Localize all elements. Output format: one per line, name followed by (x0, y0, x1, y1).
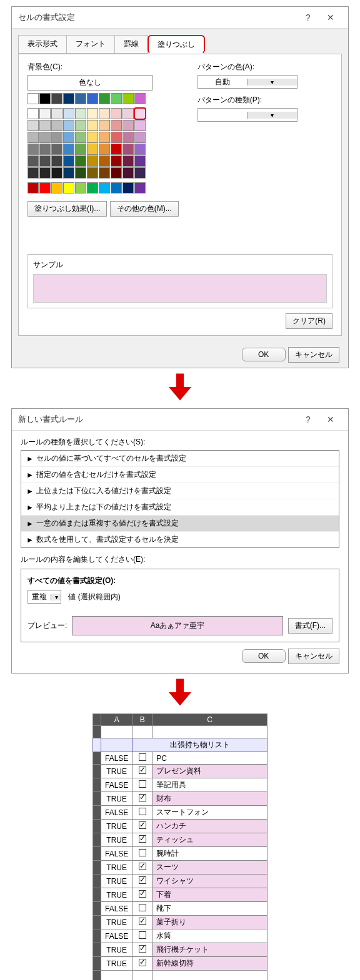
tab-font[interactable]: フォント (66, 35, 115, 54)
cell-b[interactable] (132, 888, 152, 902)
rule-type-item[interactable]: ►セルの値に基づいてすべてのセルを書式設定 (21, 451, 339, 467)
color-swatch[interactable] (99, 120, 110, 131)
color-swatch[interactable] (87, 132, 98, 143)
cell-c[interactable]: 筆記用具 (152, 778, 268, 792)
checkbox-icon[interactable] (139, 767, 146, 774)
checkbox-icon[interactable] (139, 808, 146, 815)
color-swatch[interactable] (39, 120, 51, 131)
color-swatch[interactable] (63, 182, 74, 194)
color-swatch[interactable] (111, 167, 122, 179)
color-swatch[interactable] (99, 108, 110, 119)
row-header[interactable] (93, 820, 101, 833)
color-swatch[interactable] (122, 155, 134, 167)
checkbox-icon[interactable] (139, 876, 146, 884)
close-icon[interactable]: ✕ (319, 12, 342, 22)
cell-b[interactable] (132, 902, 152, 916)
row-header[interactable] (93, 847, 101, 861)
cell-a[interactable]: TRUE (101, 765, 132, 778)
color-swatch[interactable] (75, 155, 86, 167)
color-swatch[interactable] (28, 108, 39, 119)
color-swatch[interactable] (122, 108, 134, 119)
checkbox-icon[interactable] (139, 863, 146, 870)
color-swatch[interactable] (122, 144, 134, 155)
cell-b[interactable] (132, 916, 152, 929)
checkbox-icon[interactable] (139, 794, 146, 801)
fill-effects-button[interactable]: 塗りつぶし効果(I)... (28, 201, 107, 217)
color-swatch[interactable] (28, 132, 39, 143)
format-button[interactable]: 書式(F)... (288, 618, 332, 634)
rule-type-item[interactable]: ►上位または下位に入る値だけを書式設定 (21, 483, 339, 499)
color-swatch[interactable] (134, 108, 146, 119)
cell-c[interactable]: 腕時計 (152, 847, 268, 861)
color-swatch[interactable] (39, 182, 51, 194)
color-swatch[interactable] (134, 93, 146, 104)
checkbox-icon[interactable] (139, 835, 146, 843)
color-swatch[interactable] (75, 108, 86, 119)
checkbox-icon[interactable] (139, 945, 146, 953)
row-header[interactable] (93, 875, 101, 888)
tab-border[interactable]: 罫線 (114, 35, 148, 54)
col-a[interactable]: A (101, 714, 132, 726)
color-swatch[interactable] (122, 182, 134, 194)
color-swatch[interactable] (75, 182, 86, 194)
cell-b[interactable] (132, 820, 152, 833)
cell-c[interactable]: ワイシャツ (152, 875, 268, 888)
col-c[interactable]: C (152, 714, 268, 726)
color-swatch[interactable] (51, 182, 62, 194)
checkbox-icon[interactable] (139, 918, 146, 925)
rule-type-item[interactable]: ►数式を使用して、書式設定するセルを決定 (21, 532, 339, 547)
color-swatch[interactable] (51, 167, 62, 179)
checkbox-icon[interactable] (139, 931, 146, 939)
color-swatch[interactable] (134, 144, 146, 155)
cell-b[interactable] (132, 957, 152, 971)
color-swatch[interactable] (63, 132, 74, 143)
cell-a[interactable]: FALSE (101, 752, 132, 765)
color-swatch[interactable] (134, 132, 146, 143)
cell-a[interactable]: TRUE (101, 833, 132, 847)
checkbox-icon[interactable] (139, 959, 146, 966)
color-swatch[interactable] (122, 93, 134, 104)
cell-b[interactable] (132, 752, 152, 765)
row-header[interactable] (93, 916, 101, 929)
cancel-button[interactable]: キャンセル (288, 347, 339, 363)
cell-c[interactable]: プレゼン資料 (152, 765, 268, 778)
color-swatch[interactable] (134, 182, 146, 194)
row-header[interactable] (93, 929, 101, 943)
cell-a[interactable]: TRUE (101, 957, 132, 971)
color-swatch[interactable] (87, 93, 98, 104)
color-swatch[interactable] (111, 144, 122, 155)
color-swatch[interactable] (63, 120, 74, 131)
cell-c[interactable]: 飛行機チケット (152, 943, 268, 957)
row-header[interactable] (93, 765, 101, 778)
dup-select[interactable]: 重複 ▾ (28, 590, 61, 604)
color-swatch[interactable] (75, 144, 86, 155)
color-swatch[interactable] (99, 93, 110, 104)
row-header[interactable] (93, 806, 101, 820)
cell-c[interactable]: ティッシュ (152, 833, 268, 847)
row-header[interactable] (93, 943, 101, 957)
row-header[interactable] (93, 888, 101, 902)
tab-number[interactable]: 表示形式 (18, 35, 67, 54)
color-swatch[interactable] (39, 108, 51, 119)
row-header[interactable] (93, 752, 101, 765)
color-swatch[interactable] (28, 182, 39, 194)
color-swatch[interactable] (28, 155, 39, 167)
row-header[interactable] (93, 778, 101, 792)
color-swatch[interactable] (99, 167, 110, 179)
color-swatch[interactable] (28, 93, 39, 104)
cell-a[interactable]: FALSE (101, 929, 132, 943)
color-swatch[interactable] (122, 120, 134, 131)
cell-c[interactable]: スマートフォン (152, 806, 268, 820)
color-swatch[interactable] (63, 167, 74, 179)
color-swatch[interactable] (122, 132, 134, 143)
cell-a[interactable]: TRUE (101, 875, 132, 888)
color-swatch[interactable] (28, 167, 39, 179)
help-icon[interactable]: ? (297, 12, 319, 22)
cell-b[interactable] (132, 861, 152, 875)
col-b[interactable]: B (132, 714, 152, 726)
cell-a[interactable]: TRUE (101, 820, 132, 833)
color-swatch[interactable] (87, 167, 98, 179)
cell-b[interactable] (132, 847, 152, 861)
no-color-button[interactable]: 色なし (28, 75, 152, 91)
cell-b[interactable] (132, 765, 152, 778)
